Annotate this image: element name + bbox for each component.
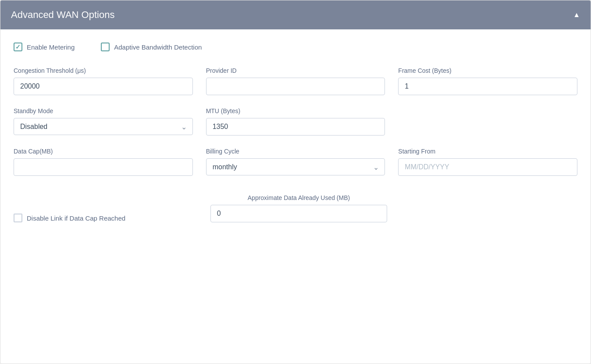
- checkboxes-row: Enable Metering Adaptive Bandwidth Detec…: [14, 43, 577, 51]
- panel-title: Advanced WAN Options: [11, 9, 114, 21]
- provider-id-input[interactable]: [206, 78, 385, 95]
- disable-link-checkbox-box[interactable]: [14, 214, 22, 222]
- standby-mode-group: Standby Mode Disabled Enabled ⌄: [14, 107, 193, 136]
- frame-cost-group: Frame Cost (Bytes): [398, 67, 577, 95]
- form-grid-row2: Standby Mode Disabled Enabled ⌄ MTU (Byt…: [14, 107, 577, 136]
- panel-header: Advanced WAN Options ▲: [0, 0, 591, 29]
- starting-from-input[interactable]: [398, 158, 577, 176]
- adaptive-bandwidth-label[interactable]: Adaptive Bandwidth Detection: [101, 43, 202, 51]
- disable-link-area: Disable Link if Data Cap Reached: [14, 188, 197, 222]
- disable-link-label[interactable]: Disable Link if Data Cap Reached: [14, 214, 125, 222]
- approx-data-label: Approximate Data Already Used (MB): [210, 194, 388, 201]
- billing-cycle-select-wrapper: monthly weekly daily ⌄: [206, 158, 385, 175]
- adaptive-bandwidth-text: Adaptive Bandwidth Detection: [114, 43, 202, 51]
- bottom-area: Disable Link if Data Cap Reached Approxi…: [14, 188, 577, 222]
- frame-cost-input[interactable]: [398, 78, 577, 95]
- advanced-wan-options-panel: Advanced WAN Options ▲ Enable Metering A…: [0, 0, 591, 364]
- enable-metering-label[interactable]: Enable Metering: [14, 43, 75, 51]
- data-cap-label: Data Cap(MB): [14, 148, 193, 155]
- standby-mode-select[interactable]: Disabled Enabled: [14, 118, 193, 135]
- billing-cycle-select[interactable]: monthly weekly daily: [206, 158, 385, 175]
- frame-cost-label: Frame Cost (Bytes): [398, 67, 577, 74]
- mtu-label: MTU (Bytes): [206, 107, 385, 114]
- collapse-icon[interactable]: ▲: [573, 11, 580, 19]
- form-grid-row1: Congestion Threshold (μs) Provider ID Fr…: [14, 67, 577, 95]
- disable-link-text: Disable Link if Data Cap Reached: [27, 214, 125, 222]
- form-grid-row3: Data Cap(MB) Billing Cycle monthly weekl…: [14, 148, 577, 176]
- data-cap-group: Data Cap(MB): [14, 148, 193, 176]
- mtu-input[interactable]: [206, 118, 385, 136]
- standby-mode-select-wrapper: Disabled Enabled ⌄: [14, 118, 193, 135]
- provider-id-label: Provider ID: [206, 67, 385, 74]
- billing-cycle-group: Billing Cycle monthly weekly daily ⌄: [206, 148, 385, 176]
- congestion-threshold-group: Congestion Threshold (μs): [14, 67, 193, 95]
- mtu-group: MTU (Bytes): [206, 107, 385, 136]
- enable-metering-checkbox[interactable]: [14, 43, 22, 51]
- approx-data-group: Approximate Data Already Used (MB): [210, 194, 388, 222]
- approx-data-input[interactable]: [210, 205, 388, 222]
- adaptive-bandwidth-checkbox[interactable]: [101, 43, 110, 51]
- congestion-threshold-label: Congestion Threshold (μs): [14, 67, 193, 74]
- starting-from-group: Starting From: [398, 148, 577, 176]
- panel-body: Enable Metering Adaptive Bandwidth Detec…: [0, 29, 591, 240]
- standby-mode-label: Standby Mode: [14, 107, 193, 114]
- starting-from-label: Starting From: [398, 148, 577, 155]
- provider-id-group: Provider ID: [206, 67, 385, 95]
- billing-cycle-label: Billing Cycle: [206, 148, 385, 155]
- empty-placeholder-1: [398, 107, 577, 136]
- enable-metering-text: Enable Metering: [27, 43, 75, 51]
- congestion-threshold-input[interactable]: [14, 78, 193, 95]
- data-cap-input[interactable]: [14, 158, 193, 176]
